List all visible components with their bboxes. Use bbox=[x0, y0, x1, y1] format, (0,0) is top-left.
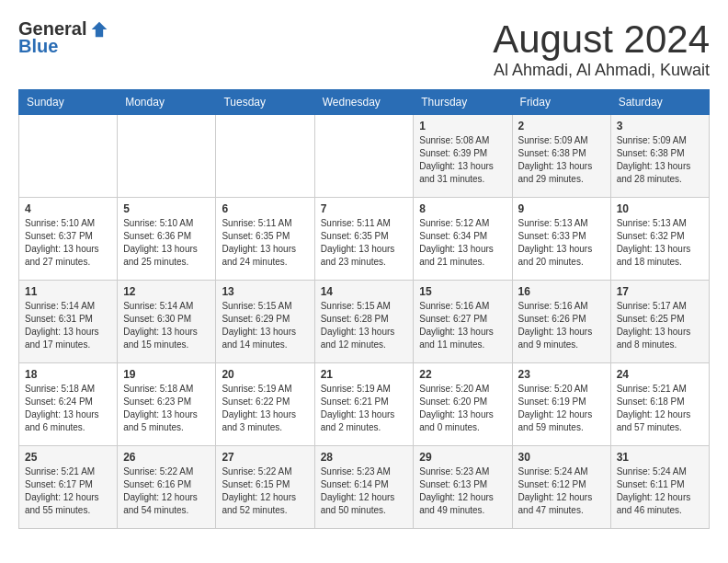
calendar-cell: 6Sunrise: 5:11 AMSunset: 6:35 PMDaylight… bbox=[216, 198, 314, 281]
calendar-cell: 29Sunrise: 5:23 AMSunset: 6:13 PMDayligh… bbox=[414, 446, 512, 529]
day-number: 17 bbox=[617, 285, 703, 298]
calendar-cell: 20Sunrise: 5:19 AMSunset: 6:22 PMDayligh… bbox=[216, 363, 314, 446]
day-header-friday: Friday bbox=[512, 90, 610, 115]
day-number: 7 bbox=[321, 202, 408, 215]
day-header-sunday: Sunday bbox=[19, 90, 118, 115]
header: General Blue August 2024 Al Ahmadi, Al A… bbox=[18, 18, 710, 80]
day-header-tuesday: Tuesday bbox=[216, 90, 314, 115]
day-number: 23 bbox=[518, 368, 605, 381]
day-number: 29 bbox=[419, 451, 506, 464]
day-number: 6 bbox=[222, 202, 308, 215]
calendar-cell: 23Sunrise: 5:20 AMSunset: 6:19 PMDayligh… bbox=[512, 363, 610, 446]
calendar-cell: 24Sunrise: 5:21 AMSunset: 6:18 PMDayligh… bbox=[610, 363, 709, 446]
day-number: 21 bbox=[321, 368, 408, 381]
day-info: Sunrise: 5:16 AMSunset: 6:27 PMDaylight:… bbox=[419, 300, 506, 351]
day-info: Sunrise: 5:17 AMSunset: 6:25 PMDaylight:… bbox=[617, 300, 703, 351]
calendar-cell: 17Sunrise: 5:17 AMSunset: 6:25 PMDayligh… bbox=[610, 281, 709, 363]
calendar-cell: 26Sunrise: 5:22 AMSunset: 6:16 PMDayligh… bbox=[118, 446, 216, 529]
calendar-cell: 1Sunrise: 5:08 AMSunset: 6:39 PMDaylight… bbox=[414, 115, 512, 198]
day-info: Sunrise: 5:24 AMSunset: 6:12 PMDaylight:… bbox=[518, 465, 605, 517]
calendar-cell: 14Sunrise: 5:15 AMSunset: 6:28 PMDayligh… bbox=[314, 281, 414, 363]
logo: General Blue bbox=[18, 18, 108, 57]
calendar-week-row: 11Sunrise: 5:14 AMSunset: 6:31 PMDayligh… bbox=[19, 281, 710, 363]
day-number: 24 bbox=[617, 368, 703, 381]
day-info: Sunrise: 5:15 AMSunset: 6:29 PMDaylight:… bbox=[222, 300, 308, 351]
day-number: 16 bbox=[518, 285, 605, 298]
calendar-cell: 16Sunrise: 5:16 AMSunset: 6:26 PMDayligh… bbox=[512, 281, 610, 363]
day-header-thursday: Thursday bbox=[414, 90, 512, 115]
calendar-cell: 22Sunrise: 5:20 AMSunset: 6:20 PMDayligh… bbox=[414, 363, 512, 446]
day-info: Sunrise: 5:16 AMSunset: 6:26 PMDaylight:… bbox=[518, 300, 605, 351]
day-info: Sunrise: 5:11 AMSunset: 6:35 PMDaylight:… bbox=[321, 217, 408, 269]
day-header-saturday: Saturday bbox=[610, 90, 709, 115]
calendar-cell: 11Sunrise: 5:14 AMSunset: 6:31 PMDayligh… bbox=[19, 281, 118, 363]
calendar-cell: 31Sunrise: 5:24 AMSunset: 6:11 PMDayligh… bbox=[610, 446, 709, 529]
calendar-week-row: 18Sunrise: 5:18 AMSunset: 6:24 PMDayligh… bbox=[19, 363, 710, 446]
day-info: Sunrise: 5:21 AMSunset: 6:18 PMDaylight:… bbox=[617, 383, 703, 434]
day-number: 31 bbox=[617, 451, 703, 464]
day-number: 30 bbox=[518, 451, 605, 464]
day-number: 4 bbox=[25, 202, 111, 215]
calendar-cell bbox=[118, 115, 216, 198]
calendar-cell bbox=[314, 115, 414, 198]
calendar-cell: 7Sunrise: 5:11 AMSunset: 6:35 PMDaylight… bbox=[314, 198, 414, 281]
calendar-cell: 15Sunrise: 5:16 AMSunset: 6:27 PMDayligh… bbox=[414, 281, 512, 363]
day-header-monday: Monday bbox=[118, 90, 216, 115]
calendar-cell: 27Sunrise: 5:22 AMSunset: 6:15 PMDayligh… bbox=[216, 446, 314, 529]
calendar-cell: 9Sunrise: 5:13 AMSunset: 6:33 PMDaylight… bbox=[512, 198, 610, 281]
calendar-cell: 3Sunrise: 5:09 AMSunset: 6:38 PMDaylight… bbox=[610, 115, 709, 198]
calendar-header-row: SundayMondayTuesdayWednesdayThursdayFrid… bbox=[19, 90, 710, 115]
day-info: Sunrise: 5:22 AMSunset: 6:15 PMDaylight:… bbox=[222, 465, 308, 517]
day-info: Sunrise: 5:18 AMSunset: 6:24 PMDaylight:… bbox=[25, 383, 111, 434]
day-number: 8 bbox=[419, 202, 506, 215]
day-number: 2 bbox=[518, 120, 605, 132]
day-number: 25 bbox=[25, 451, 111, 464]
calendar-cell: 10Sunrise: 5:13 AMSunset: 6:32 PMDayligh… bbox=[610, 198, 709, 281]
calendar-cell bbox=[216, 115, 314, 198]
logo-blue: Blue bbox=[18, 36, 58, 57]
day-info: Sunrise: 5:13 AMSunset: 6:32 PMDaylight:… bbox=[617, 217, 703, 269]
calendar-cell: 18Sunrise: 5:18 AMSunset: 6:24 PMDayligh… bbox=[19, 363, 118, 446]
calendar-week-row: 4Sunrise: 5:10 AMSunset: 6:37 PMDaylight… bbox=[19, 198, 710, 281]
day-number: 28 bbox=[321, 451, 408, 464]
day-info: Sunrise: 5:20 AMSunset: 6:19 PMDaylight:… bbox=[518, 383, 605, 434]
day-number: 15 bbox=[419, 285, 506, 298]
calendar-week-row: 25Sunrise: 5:21 AMSunset: 6:17 PMDayligh… bbox=[19, 446, 710, 529]
location-title: Al Ahmadi, Al Ahmadi, Kuwait bbox=[493, 61, 710, 80]
day-info: Sunrise: 5:18 AMSunset: 6:23 PMDaylight:… bbox=[123, 383, 210, 434]
day-number: 12 bbox=[123, 285, 210, 298]
day-info: Sunrise: 5:22 AMSunset: 6:16 PMDaylight:… bbox=[123, 465, 210, 517]
calendar-cell: 13Sunrise: 5:15 AMSunset: 6:29 PMDayligh… bbox=[216, 281, 314, 363]
day-info: Sunrise: 5:20 AMSunset: 6:20 PMDaylight:… bbox=[419, 383, 506, 434]
day-info: Sunrise: 5:10 AMSunset: 6:36 PMDaylight:… bbox=[123, 217, 210, 269]
day-number: 9 bbox=[518, 202, 605, 215]
day-number: 10 bbox=[617, 202, 703, 215]
day-info: Sunrise: 5:24 AMSunset: 6:11 PMDaylight:… bbox=[617, 465, 703, 517]
day-info: Sunrise: 5:09 AMSunset: 6:38 PMDaylight:… bbox=[617, 134, 703, 186]
day-info: Sunrise: 5:09 AMSunset: 6:38 PMDaylight:… bbox=[518, 134, 605, 186]
calendar-week-row: 1Sunrise: 5:08 AMSunset: 6:39 PMDaylight… bbox=[19, 115, 710, 198]
logo-icon bbox=[90, 20, 108, 39]
day-info: Sunrise: 5:12 AMSunset: 6:34 PMDaylight:… bbox=[419, 217, 506, 269]
day-number: 14 bbox=[321, 285, 408, 298]
day-number: 22 bbox=[419, 368, 506, 381]
day-number: 1 bbox=[419, 120, 506, 132]
day-number: 27 bbox=[222, 451, 308, 464]
calendar-cell: 25Sunrise: 5:21 AMSunset: 6:17 PMDayligh… bbox=[19, 446, 118, 529]
day-info: Sunrise: 5:19 AMSunset: 6:21 PMDaylight:… bbox=[321, 383, 408, 434]
day-number: 19 bbox=[123, 368, 210, 381]
day-header-wednesday: Wednesday bbox=[314, 90, 414, 115]
day-number: 5 bbox=[123, 202, 210, 215]
calendar-cell: 30Sunrise: 5:24 AMSunset: 6:12 PMDayligh… bbox=[512, 446, 610, 529]
day-number: 26 bbox=[123, 451, 210, 464]
calendar-cell: 5Sunrise: 5:10 AMSunset: 6:36 PMDaylight… bbox=[118, 198, 216, 281]
day-info: Sunrise: 5:13 AMSunset: 6:33 PMDaylight:… bbox=[518, 217, 605, 269]
day-number: 3 bbox=[617, 120, 703, 132]
calendar-cell bbox=[19, 115, 118, 198]
calendar-cell: 19Sunrise: 5:18 AMSunset: 6:23 PMDayligh… bbox=[118, 363, 216, 446]
calendar-cell: 4Sunrise: 5:10 AMSunset: 6:37 PMDaylight… bbox=[19, 198, 118, 281]
day-info: Sunrise: 5:23 AMSunset: 6:14 PMDaylight:… bbox=[321, 465, 408, 517]
day-number: 18 bbox=[25, 368, 111, 381]
title-section: August 2024 Al Ahmadi, Al Ahmadi, Kuwait bbox=[493, 18, 710, 80]
day-info: Sunrise: 5:14 AMSunset: 6:31 PMDaylight:… bbox=[25, 300, 111, 351]
